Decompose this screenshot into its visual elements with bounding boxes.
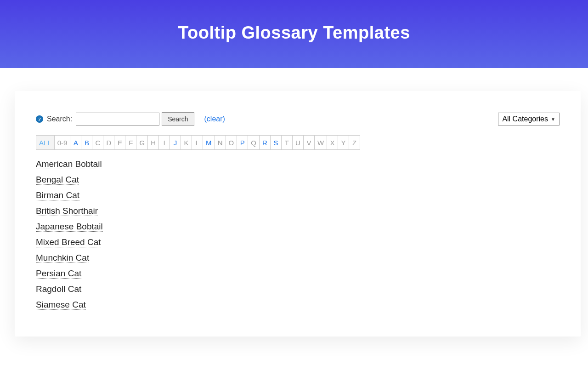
search-group: ? Search: Search (clear) bbox=[36, 112, 225, 126]
alpha-k[interactable]: K bbox=[181, 135, 192, 150]
term-item: Siamese Cat bbox=[36, 300, 560, 310]
alpha-s[interactable]: S bbox=[270, 135, 282, 150]
term-link[interactable]: Birman Cat bbox=[36, 190, 79, 200]
term-item: American Bobtail bbox=[36, 159, 560, 169]
term-link[interactable]: Siamese Cat bbox=[36, 300, 86, 310]
term-item: Japanese Bobtail bbox=[36, 222, 560, 232]
category-selected: All Categories bbox=[502, 115, 548, 123]
content-wrap: ? Search: Search (clear) All Categories … bbox=[0, 68, 588, 364]
search-button[interactable]: Search bbox=[162, 112, 194, 126]
term-link[interactable]: Bengal Cat bbox=[36, 175, 79, 185]
glossary-card: ? Search: Search (clear) All Categories … bbox=[15, 91, 581, 337]
term-link[interactable]: Ragdoll Cat bbox=[36, 284, 81, 294]
alpha-index: ALL0-9ABCDEFGHIJKLMNOPQRSTUVWXYZ bbox=[36, 135, 560, 150]
alpha-d[interactable]: D bbox=[103, 135, 114, 150]
toolbar: ? Search: Search (clear) All Categories bbox=[36, 112, 560, 126]
alpha-g[interactable]: G bbox=[136, 135, 148, 150]
alpha-e[interactable]: E bbox=[114, 135, 125, 150]
alpha-j[interactable]: J bbox=[170, 135, 181, 150]
term-item: Munchkin Cat bbox=[36, 253, 560, 263]
alpha-i[interactable]: I bbox=[158, 135, 170, 150]
term-link[interactable]: Persian Cat bbox=[36, 268, 81, 279]
term-link[interactable]: Munchkin Cat bbox=[36, 253, 89, 263]
alpha-r[interactable]: R bbox=[259, 135, 271, 150]
term-link[interactable]: Mixed Breed Cat bbox=[36, 237, 101, 247]
alpha-p[interactable]: P bbox=[237, 135, 248, 150]
alpha-w[interactable]: W bbox=[314, 135, 327, 150]
clear-link[interactable]: (clear) bbox=[204, 115, 225, 123]
terms-list: American BobtailBengal CatBirman CatBrit… bbox=[36, 159, 560, 310]
term-item: Mixed Breed Cat bbox=[36, 237, 560, 247]
alpha-0-9[interactable]: 0-9 bbox=[54, 135, 71, 150]
term-item: Birman Cat bbox=[36, 190, 560, 200]
alpha-a[interactable]: A bbox=[70, 135, 81, 150]
alpha-y[interactable]: Y bbox=[338, 135, 349, 150]
term-item: Ragdoll Cat bbox=[36, 284, 560, 294]
term-link[interactable]: Japanese Bobtail bbox=[36, 222, 103, 232]
alpha-f[interactable]: F bbox=[125, 135, 136, 150]
alpha-v[interactable]: V bbox=[303, 135, 315, 150]
alpha-q[interactable]: Q bbox=[248, 135, 260, 150]
alpha-h[interactable]: H bbox=[147, 135, 159, 150]
term-item: Persian Cat bbox=[36, 268, 560, 279]
alpha-m[interactable]: M bbox=[203, 135, 215, 150]
page-title: Tooltip Glossary Templates bbox=[178, 23, 410, 43]
alpha-n[interactable]: N bbox=[215, 135, 226, 150]
help-icon[interactable]: ? bbox=[36, 115, 43, 123]
search-label: Search: bbox=[47, 115, 72, 123]
alpha-o[interactable]: O bbox=[226, 135, 237, 150]
alpha-u[interactable]: U bbox=[292, 135, 304, 150]
term-link[interactable]: American Bobtail bbox=[36, 159, 102, 169]
term-item: British Shorthair bbox=[36, 206, 560, 216]
alpha-all[interactable]: ALL bbox=[36, 135, 55, 150]
alpha-c[interactable]: C bbox=[92, 135, 103, 150]
alpha-l[interactable]: L bbox=[192, 135, 203, 150]
hero-banner: Tooltip Glossary Templates bbox=[0, 0, 588, 68]
alpha-x[interactable]: X bbox=[327, 135, 338, 150]
term-link[interactable]: British Shorthair bbox=[36, 206, 98, 216]
alpha-t[interactable]: T bbox=[281, 135, 293, 150]
alpha-b[interactable]: B bbox=[81, 135, 92, 150]
search-input[interactable] bbox=[76, 113, 159, 126]
category-select[interactable]: All Categories bbox=[498, 113, 560, 126]
alpha-z[interactable]: Z bbox=[349, 135, 360, 150]
term-item: Bengal Cat bbox=[36, 175, 560, 185]
